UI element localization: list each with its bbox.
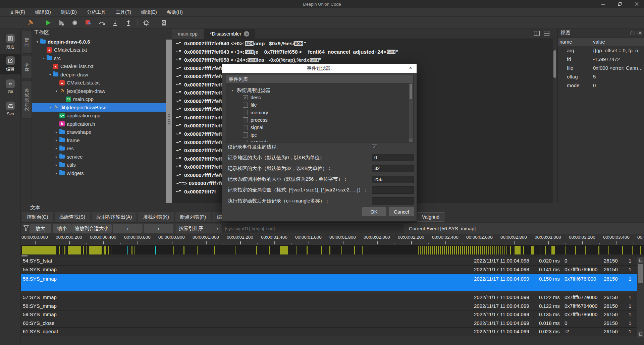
dock-tab-1[interactable]: 高级查找(S) [55,212,90,222]
expander-icon[interactable]: ▾ [42,56,46,60]
event-row-56:SYS_mmap[interactable]: 56:SYS_mmap2022/11/17 11:00:04.0990.150 … [21,274,644,291]
variable-row-file[interactable]: file0xf000 <error: Cann… [558,64,644,72]
menu-item-6[interactable]: 帮助(H) [162,9,188,15]
tree-item-drawshape[interactable]: ▸drawshape [32,128,166,136]
dock-tab-2[interactable]: 应用程序输出(A) [92,212,137,222]
filter-item-memory[interactable]: memory [243,109,268,116]
tree-item-res[interactable]: ▸res [32,145,166,153]
event-list-scroll-down[interactable] [409,138,413,142]
checkbox-process[interactable] [243,117,248,122]
cancel-button[interactable]: Cancel [389,207,414,216]
event-row-54:SYS_fstat[interactable]: 54:SYS_fstat2022/11/17 11:00:04.0980.020… [21,257,644,266]
close-icon[interactable] [634,1,639,7]
split-vertical-icon[interactable] [534,31,540,37]
close-panel-icon[interactable] [638,31,642,36]
event-scroll-thumb[interactable] [638,264,643,283]
variable-row-mode[interactable]: mode0 [558,81,644,90]
minimize-icon[interactable] [600,1,606,7]
menu-item-1[interactable]: 编译(B) [30,9,56,15]
checkbox-file[interactable] [243,103,248,108]
tree-item-[exe]deepin-draw[interactable]: ▾[exe]deepin-draw [32,87,166,95]
funnel-icon[interactable] [23,225,29,232]
tree-item-[lib]deepinDrawBase[interactable]: ▾[lib]deepinDrawBase [32,103,166,112]
event-row-61:SYS_openat[interactable]: 61:SYS_openat2022/11/17 11:00:04.0990.02… [21,328,644,336]
dialog-titlebar[interactable]: 事件过滤器. × [222,64,417,73]
event-row-60:SYS_close[interactable]: 60:SYS_close2022/11/17 11:00:04.0990.018… [21,319,644,328]
tree-item-frame[interactable]: ▸frame [32,136,166,145]
activity-item-最近[interactable]: 最近 [0,32,21,52]
event-row-55:SYS_mmap[interactable]: 55:SYS_mmap2022/11/17 11:00:04.0980.141 … [21,266,644,274]
dialog-close-icon[interactable]: × [407,65,414,71]
tree-item-src[interactable]: ▾src [32,54,166,62]
field-input-1[interactable]: 0 [372,154,414,161]
timeline-search[interactable] [222,224,403,233]
field-input-3[interactable]: 256 [372,176,414,183]
expander-icon[interactable]: ▾ [35,40,40,44]
search-doc-icon[interactable] [160,18,168,27]
tree-item-service[interactable]: ▸service [32,153,166,161]
timeline-button-1[interactable]: 缩小 [53,224,71,233]
stop-icon[interactable] [84,18,93,27]
checkbox-signal[interactable] [243,125,248,130]
dock-tab-0[interactable]: 控制台(C) [22,212,53,222]
activity-item-Svn[interactable]: Svn [0,99,21,119]
editor-tab-Disassembler[interactable]: *Disassembler✕ [204,29,255,39]
tree-item-main.cpp[interactable]: C+main.cpp [32,95,166,104]
expander-icon[interactable]: ▾ [230,89,234,92]
tree-item-deepin-draw-6.0.6[interactable]: ▾deepin-draw-6.0.6 [32,38,166,46]
checkbox-network[interactable] [243,140,248,142]
filter-tree-root[interactable]: ▾ 系统调用过滤器 [230,87,271,94]
dock-tab-4[interactable]: 断点列表(P) [175,212,211,222]
event-list-scrollbar[interactable] [409,83,413,142]
event-row-57:SYS_mmap[interactable]: 57:SYS_mmap2022/11/17 11:00:04.0990.122 … [21,293,644,302]
editor-tab-maincpp[interactable]: main.cpp [172,29,204,39]
activity-item-编辑[interactable]: 编辑 [0,54,21,74]
sort-dropdown[interactable]: 按索引排序 ▾ [176,224,221,233]
tree-item-CMakeLists.txt[interactable]: ▲CMakeLists.txt [32,62,166,71]
field-input-2[interactable]: 32 [372,165,414,172]
timeline-scroll-handle[interactable] [21,255,28,256]
split-horizontal-icon[interactable] [544,31,549,37]
scroll-down-icon[interactable] [638,331,643,337]
tree-item-utils[interactable]: ▸utils [32,161,166,169]
timeline-ruler[interactable]: 00:00:00.00000:00:00.20000:00:00.40000:0… [21,234,644,245]
filter-item-process[interactable]: process [243,116,268,124]
event-table-scrollbar[interactable] [637,257,644,338]
dock-tab-3[interactable]: 堆栈列表(K) [138,212,173,222]
event-row-58:SYS_mmap[interactable]: 58:SYS_mmap2022/11/17 11:00:04.0990.122 … [21,302,644,311]
expander-icon[interactable]: ▾ [48,73,52,76]
expander-icon[interactable]: ▸ [54,138,59,142]
checkbox-ipc[interactable] [243,132,248,137]
side-tab-1[interactable]: 工程 [21,31,32,54]
menu-item-0[interactable]: 文件(F) [5,9,30,15]
event-row-59:SYS_mmap[interactable]: 59:SYS_mmap2022/11/17 11:00:04.0990.135 … [21,310,644,319]
tree-item-deepin-draw[interactable]: ▾deepin-draw [32,70,166,79]
step-over-icon[interactable] [97,18,106,27]
panel-splitter[interactable] [166,40,172,203]
step-into-icon[interactable] [111,18,119,27]
tab-valgrind[interactable]: Valgrind [417,212,444,222]
menu-item-2[interactable]: 调试(D) [56,9,82,15]
expander-icon[interactable]: ▸ [54,147,59,150]
side-tab-3[interactable]: 文件浏览器 [21,80,32,119]
ok-button[interactable]: OK [362,207,386,216]
run-icon[interactable] [44,18,52,27]
variable-row-fd[interactable]: fd-159977472 [558,55,644,64]
tree-item-widgets[interactable]: ▸widgets [32,169,166,177]
timeline-button-0[interactable]: 放大 [30,224,51,233]
tree-item-application.cpp[interactable]: C+application.cpp [32,112,166,120]
field-input-5[interactable] [372,197,414,205]
editor-scrollbar[interactable] [553,39,557,203]
gear-icon[interactable] [142,18,151,27]
expander-icon[interactable]: ▾ [48,106,52,109]
filter-item-network[interactable]: network [243,139,268,142]
timeline-button-4[interactable]: › [144,224,173,233]
editor-scroll-thumb[interactable] [553,50,556,78]
build-hammer-icon[interactable] [26,18,35,27]
filter-item-ipc[interactable]: ipc [243,131,257,139]
restart-icon[interactable] [70,18,79,27]
checkbox-desc[interactable]: ✓ [243,95,248,100]
variable-row-arg[interactable]: arg{{gp_offset = 0, fp_o… [558,46,644,55]
menu-item-4[interactable]: 工具(T) [111,9,136,15]
step-out-icon[interactable] [124,18,133,27]
